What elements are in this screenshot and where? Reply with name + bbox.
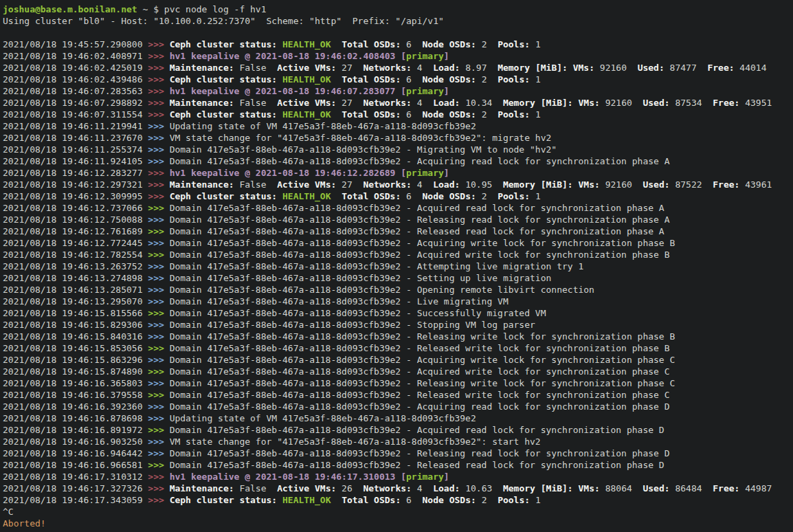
maintenance-value: False (234, 63, 278, 73)
ceph-status-label: Ceph cluster status: (170, 39, 278, 49)
networks-value: 4 (412, 63, 433, 73)
log-line: 2021/08/18 19:46:15.863296 >>> Domain 41… (3, 354, 793, 366)
memory-vms-label: VMs: (579, 179, 600, 190)
log-spacer (164, 401, 170, 412)
log-marker: >>> (148, 343, 164, 353)
maintenance-label: Maintenance: (170, 63, 234, 73)
log-message: Domain 417e5a3f-88eb-467a-a118-8d093cfb3… (170, 214, 670, 225)
log-timestamp: 2021/08/18 19:46:07.311554 (3, 109, 148, 120)
log-spacer (573, 98, 579, 108)
active-vms-label: Active VMs: (277, 483, 336, 494)
memory-free-label: Free: (713, 98, 739, 108)
log-line: 2021/08/18 19:46:17.310312 >>> hv1 keepa… (3, 471, 793, 483)
log-line: 2021/08/18 19:46:02.425019 >>> Maintenan… (3, 62, 793, 74)
log-timestamp: 2021/08/18 19:46:13.295070 (3, 296, 148, 307)
log-spacer (164, 203, 170, 213)
log-timestamp: 2021/08/18 19:46:17.327326 (3, 483, 148, 494)
log-spacer (164, 483, 170, 494)
primary-flag: primary (406, 86, 444, 96)
log-timestamp: 2021/08/18 19:46:15.863296 (3, 355, 148, 365)
log-timestamp: 2021/08/18 19:46:12.750088 (3, 214, 148, 225)
total-osds-label: Total OSDs: (342, 191, 401, 201)
node-osds-value: 2 (476, 191, 498, 201)
log-spacer (164, 39, 170, 49)
node-osds-value: 2 (476, 109, 498, 120)
total-osds-value: 6 (401, 191, 422, 201)
log-marker: >>> (148, 413, 164, 423)
log-message: Domain 417e5a3f-88eb-467a-a118-8d093cfb3… (170, 238, 675, 248)
log-spacer (331, 74, 342, 85)
prompt-user-host: joshua@base.m.bonilan.net (3, 4, 137, 14)
log-message: Domain 417e5a3f-88eb-467a-a118-8d093cfb3… (170, 261, 584, 271)
networks-value: 4 (412, 179, 433, 190)
log-timestamp: 2021/08/18 19:46:02.408971 (3, 51, 148, 61)
log-line: 2021/08/18 19:46:07.311554 >>> Ceph clus… (3, 109, 793, 120)
log-spacer (164, 273, 170, 283)
log-spacer (164, 168, 170, 178)
log-timestamp: 2021/08/18 19:46:17.310312 (3, 472, 148, 482)
memory-label: Memory [MiB]: (503, 98, 573, 108)
log-marker: >>> (148, 273, 164, 283)
total-osds-label: Total OSDs: (342, 74, 401, 85)
networks-value: 4 (412, 98, 433, 108)
active-vms-value: 27 (336, 63, 363, 73)
log-marker: >>> (148, 366, 164, 377)
keepalive-bracket: ] (444, 86, 449, 96)
log-marker: >>> (148, 425, 164, 435)
log-message: Domain 417e5a3f-88eb-467a-a118-8d093cfb3… (170, 226, 664, 236)
log-timestamp: 2021/08/18 19:46:13.263752 (3, 261, 148, 271)
log-spacer (164, 448, 170, 458)
log-line: 2021/08/18 19:46:07.283563 >>> hv1 keepa… (3, 85, 793, 97)
pools-label: Pools: (498, 39, 530, 49)
networks-value: 4 (412, 483, 433, 494)
keepalive-bracket: ] (444, 51, 449, 61)
log-marker: >>> (148, 390, 164, 400)
ceph-health-value: HEALTH_OK (282, 74, 331, 85)
log-spacer (164, 238, 170, 248)
node-osds-label: Node OSDs: (423, 191, 476, 201)
log-line: 2021/08/18 19:46:16.392360 >>> Domain 41… (3, 401, 793, 412)
log-timestamp: 2021/08/18 19:46:17.343059 (3, 495, 148, 505)
log-spacer (277, 495, 282, 505)
load-value: 10.95 (460, 179, 503, 190)
log-spacer (331, 39, 342, 49)
log-spacer (164, 133, 170, 143)
memory-vms-value: 92160 (600, 98, 643, 108)
log-marker: >>> (148, 250, 164, 260)
log-line: 2021/08/18 19:46:16.878698 >>> Updating … (3, 412, 793, 424)
log-marker: >>> (148, 378, 164, 388)
log-spacer (331, 495, 342, 505)
log-line: 2021/08/18 19:46:15.840316 >>> Domain 41… (3, 331, 793, 342)
log-spacer (164, 355, 170, 365)
log-timestamp: 2021/08/18 19:46:11.255374 (3, 144, 148, 155)
ceph-health-value: HEALTH_OK (282, 495, 331, 505)
log-spacer (331, 191, 342, 201)
log-line: 2021/08/18 19:46:07.298892 >>> Maintenan… (3, 97, 793, 109)
keepalive-bracket: ] (444, 168, 449, 178)
node-osds-value: 2 (476, 39, 498, 49)
total-osds-label: Total OSDs: (342, 495, 401, 505)
log-marker: >>> (148, 261, 164, 271)
log-spacer (277, 109, 282, 120)
log-line: 2021/08/18 19:46:12.309995 >>> Ceph clus… (3, 190, 793, 202)
primary-flag: primary (406, 472, 444, 482)
typed-command: pvc node log -f hv1 (164, 4, 267, 14)
log-marker: >>> (148, 86, 164, 96)
log-spacer (164, 378, 170, 388)
log-timestamp: 2021/08/18 19:45:57.290800 (3, 39, 148, 49)
log-line: 2021/08/18 19:46:11.219941 >>> Updating … (3, 120, 793, 132)
cluster-info-line: Using cluster "bl0" - Host: "10.100.0.25… (3, 15, 793, 27)
terminal-screen[interactable]: joshua@base.m.bonilan.net ~ $ pvc node l… (0, 0, 793, 532)
log-line: 2021/08/18 19:46:15.874890 >>> Domain 41… (3, 366, 793, 377)
memory-free-label: Free: (713, 483, 739, 494)
pools-value: 1 (530, 495, 541, 505)
blank-line (3, 27, 793, 38)
log-spacer (164, 144, 170, 155)
log-spacer (164, 436, 170, 447)
log-spacer (164, 413, 170, 423)
log-line: 2021/08/18 19:46:02.408971 >>> hv1 keepa… (3, 50, 793, 62)
log-marker: >>> (148, 63, 164, 73)
log-marker: >>> (148, 320, 164, 330)
log-timestamp: 2021/08/18 19:46:12.283277 (3, 168, 148, 178)
log-marker: >>> (148, 121, 164, 131)
